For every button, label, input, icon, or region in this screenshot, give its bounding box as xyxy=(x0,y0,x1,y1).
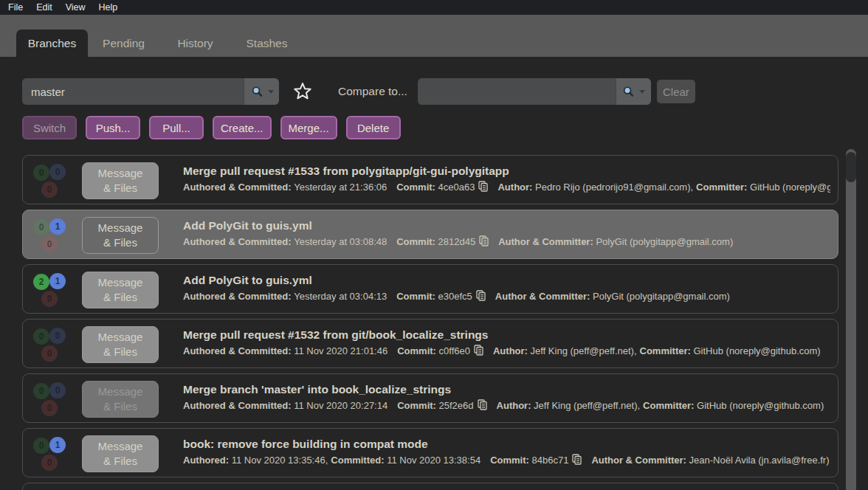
create-button[interactable]: Create... xyxy=(213,116,272,139)
copy-commit-id-icon[interactable] xyxy=(479,235,489,246)
green-count-badge: 0 xyxy=(33,438,49,454)
switch-button[interactable]: Switch xyxy=(22,116,77,139)
magnifier-icon xyxy=(621,85,636,99)
green-count-badge: 0 xyxy=(33,165,49,181)
compare-to-label: Compare to... xyxy=(338,85,407,98)
clear-button[interactable]: Clear xyxy=(657,80,695,103)
chevron-down-icon xyxy=(639,90,645,94)
tab-history[interactable]: History xyxy=(159,30,231,57)
commit-count-badges: 000 xyxy=(23,320,82,368)
commit-details: Authored: 11 Nov 2020 13:35:46,Committed… xyxy=(183,454,830,466)
commit-count-badges: 010 xyxy=(23,429,82,477)
filter-row: Compare to... Clear xyxy=(22,78,868,105)
commit-row[interactable]: 000Message& FilesMerge branch 'master' i… xyxy=(22,373,838,423)
commit-list: 000Message& FilesMerge pull request #153… xyxy=(22,155,838,490)
green-count-badge: 0 xyxy=(33,328,49,345)
branch-search-input[interactable] xyxy=(22,78,244,105)
commit-count-badges: 000 xyxy=(23,156,82,204)
commit-title: Add PolyGit to guis.yml xyxy=(183,219,830,232)
commit-count-badges: 000 xyxy=(23,374,82,422)
commit-title: Merge branch 'master' into book_localize… xyxy=(183,383,830,396)
blue-count-badge: 1 xyxy=(49,218,66,235)
menu-item-edit[interactable]: Edit xyxy=(30,1,59,14)
pull-button[interactable]: Pull... xyxy=(149,116,204,139)
compare-search-combo xyxy=(418,78,651,105)
message-files-button[interactable]: Message& Files xyxy=(82,162,159,199)
menubar: FileEditViewHelp xyxy=(0,0,868,15)
branch-search-combo xyxy=(22,78,279,105)
merge-button[interactable]: Merge... xyxy=(280,116,337,139)
red-count-badge: 0 xyxy=(41,400,58,416)
copy-commit-id-icon[interactable] xyxy=(572,454,582,465)
compare-search-input[interactable] xyxy=(418,78,616,105)
commit-row[interactable]: 010Message& Filesbook: remove force buil… xyxy=(22,428,838,477)
blue-count-badge: 0 xyxy=(49,164,66,180)
tab-bar: BranchesPendingHistoryStashes xyxy=(0,15,868,57)
menu-item-file[interactable]: File xyxy=(1,1,30,14)
red-count-badge: 0 xyxy=(41,455,58,471)
commit-count-badges xyxy=(23,483,82,490)
commit-row[interactable]: 000Message& FilesMerge pull request #153… xyxy=(22,319,838,368)
scrollbar-track[interactable] xyxy=(846,149,856,490)
blue-count-badge: 1 xyxy=(49,437,66,453)
message-files-button[interactable]: Message& Files xyxy=(82,217,159,254)
commit-title: Merge pull request #1532 from git/book_l… xyxy=(183,328,830,342)
commit-details: Authored & Committed: Yesterday at 03:08… xyxy=(183,235,830,247)
copy-commit-id-icon[interactable] xyxy=(476,290,486,301)
commit-row[interactable]: 000Message& FilesMerge pull request #153… xyxy=(22,155,838,204)
blue-count-badge: 1 xyxy=(49,273,66,289)
tab-stashes[interactable]: Stashes xyxy=(231,30,303,57)
favorite-star-button[interactable] xyxy=(292,81,313,102)
chevron-down-icon xyxy=(268,90,274,94)
branches-page: Compare to... Clear SwitchPush...Pull...… xyxy=(0,78,868,490)
commit-row[interactable]: 010Message& FilesAdd PolyGit to guis.yml… xyxy=(22,210,838,259)
copy-commit-id-icon[interactable] xyxy=(478,181,488,192)
red-count-badge: 0 xyxy=(41,182,58,198)
commit-count-badges: 210 xyxy=(23,265,82,313)
branch-actions: SwitchPush...Pull...Create...Merge...Del… xyxy=(22,116,868,139)
message-files-button[interactable]: Message& Files xyxy=(82,435,159,472)
scrollbar-thumb[interactable] xyxy=(846,152,856,182)
commit-count-badges: 010 xyxy=(23,210,82,258)
menu-item-view[interactable]: View xyxy=(59,1,92,14)
message-files-button[interactable]: Message& Files xyxy=(82,326,159,363)
red-count-badge: 0 xyxy=(41,345,58,362)
commit-title: Add PolyGit to guis.yml xyxy=(183,274,830,287)
copy-commit-id-icon[interactable] xyxy=(478,399,487,410)
red-count-badge: 0 xyxy=(41,236,58,252)
message-files-button[interactable]: Message& Files xyxy=(82,381,159,418)
green-count-badge: 0 xyxy=(33,383,49,399)
branch-search-button[interactable] xyxy=(244,78,279,105)
compare-search-button[interactable] xyxy=(616,78,651,105)
delete-button[interactable]: Delete xyxy=(346,116,401,139)
menu-item-help[interactable]: Help xyxy=(92,1,125,14)
blue-count-badge: 0 xyxy=(49,328,66,344)
magnifier-icon xyxy=(250,85,264,99)
commit-title: Merge pull request #1533 from polygitapp… xyxy=(183,165,830,178)
push-button[interactable]: Push... xyxy=(86,116,140,139)
copy-commit-id-icon[interactable] xyxy=(474,345,483,356)
message-files-button[interactable]: Message& Files xyxy=(82,272,159,308)
commit-title: book: remove force building in compat mo… xyxy=(183,438,830,451)
commit-details: Authored & Committed: 11 Nov 2020 21:01:… xyxy=(183,345,830,356)
red-count-badge: 0 xyxy=(41,291,58,307)
commit-row[interactable]: Message& Files xyxy=(22,483,838,490)
tab-branches[interactable]: Branches xyxy=(16,30,88,57)
commit-row[interactable]: 210Message& FilesAdd PolyGit to guis.yml… xyxy=(22,264,838,314)
blue-count-badge: 0 xyxy=(49,382,66,398)
tab-pending[interactable]: Pending xyxy=(88,30,159,57)
commit-details: Authored & Committed: 11 Nov 2020 20:27:… xyxy=(183,399,830,411)
green-count-badge: 2 xyxy=(33,274,49,290)
commit-details: Authored & Committed: Yesterday at 03:04… xyxy=(183,290,830,302)
star-icon xyxy=(292,81,313,102)
green-count-badge: 0 xyxy=(33,219,49,235)
commit-details: Authored & Committed: Yesterday at 21:36… xyxy=(183,181,830,193)
